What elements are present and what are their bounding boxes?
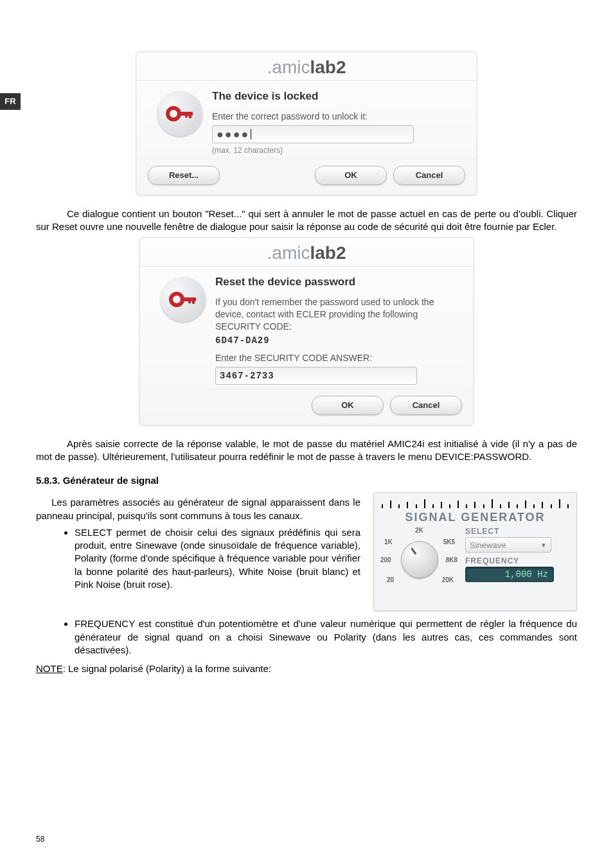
language-badge: FR (0, 93, 21, 110)
section-heading: 5.8.3. Générateur de signal (36, 475, 577, 486)
brand-prefix: .amic (267, 243, 310, 263)
dialog-brand: .amiclab2 (139, 238, 474, 267)
note-text: : Le signal polarisé (Polarity) a la for… (63, 663, 271, 674)
svg-rect-3 (185, 112, 188, 118)
brand-prefix: .amic (267, 57, 310, 77)
reset-button[interactable]: Reset... (148, 166, 220, 185)
dialog-heading: Reset the device password (215, 276, 462, 288)
tick-1k: 1K (384, 538, 393, 545)
ok-button[interactable]: OK (315, 166, 387, 185)
paragraph-3: Les paramètres associés au générateur de… (36, 496, 360, 522)
password-hint: (max. 12 characters) (212, 146, 465, 155)
dialog-prompt: Enter the correct password to unlock it: (212, 111, 465, 123)
paragraph-1: Ce dialogue contient un bouton "Reset...… (36, 208, 577, 234)
note-label: NOTE (36, 663, 63, 674)
ok-button[interactable]: OK (312, 396, 384, 415)
tick-8k8: 8K8 (446, 556, 458, 563)
select-label: SELECT (465, 527, 570, 536)
frequency-display[interactable]: 1,000 Hz (465, 567, 554, 582)
signal-generator-panel: SIGNAL GENERATOR 2K 1K 5K5 200 8K8 20 20… (373, 492, 577, 611)
frequency-knob[interactable] (401, 541, 438, 578)
cancel-button[interactable]: Cancel (393, 166, 465, 185)
security-code-value: 6D47-DA29 (215, 335, 462, 346)
cancel-button[interactable]: Cancel (390, 396, 462, 415)
brand-bold: lab2 (310, 57, 346, 77)
chevron-down-icon: ▼ (540, 542, 547, 549)
dialog-heading: The device is locked (212, 90, 465, 103)
tick-20: 20 (387, 576, 394, 583)
panel-title: SIGNAL GENERATOR (380, 511, 570, 524)
answer-label: Enter the SECURITY CODE ANSWER: (215, 352, 462, 364)
key-icon (157, 91, 202, 136)
tick-2k: 2K (415, 527, 423, 534)
reset-password-dialog: .amiclab2 Reset the device password If y… (139, 237, 474, 426)
page-number: 58 (36, 835, 44, 844)
frequency-knob-area: 2K 1K 5K5 200 8K8 20 20K (380, 527, 458, 594)
scale-ruler (380, 497, 570, 508)
password-input[interactable]: ●●●● (212, 125, 414, 143)
tick-200: 200 (380, 556, 391, 563)
brand-bold: lab2 (310, 243, 346, 263)
signal-select[interactable]: Sinewave ▼ (465, 537, 551, 553)
tick-5k5: 5K5 (443, 538, 455, 545)
note-line: NOTE: Le signal polarisé (Polarity) a la… (36, 663, 577, 674)
password-value: ●●●● (217, 128, 250, 140)
paragraph-2: Après saisie correcte de la réponse vala… (36, 438, 577, 464)
svg-rect-2 (189, 112, 191, 118)
key-icon (161, 277, 206, 322)
security-answer-input[interactable]: 3467-2733 (215, 367, 417, 385)
tick-20k: 20K (442, 576, 454, 583)
select-value: Sinewave (470, 540, 506, 550)
panel-footer (380, 598, 570, 604)
dialog-brand: .amiclab2 (136, 52, 477, 81)
security-answer-value: 3467-2733 (220, 371, 274, 381)
bullet-select: SELECT permet de choisir celui des signa… (75, 526, 360, 591)
dialog-text: If you don't remember the password used … (215, 296, 462, 333)
unlock-dialog: .amiclab2 The device is locked Enter the… (136, 51, 477, 196)
svg-rect-6 (192, 297, 195, 304)
bullet-frequency: FREQUENCY est constitué d'un potentiomèt… (75, 617, 577, 657)
frequency-label: FREQUENCY (465, 556, 570, 565)
svg-rect-7 (188, 297, 191, 303)
